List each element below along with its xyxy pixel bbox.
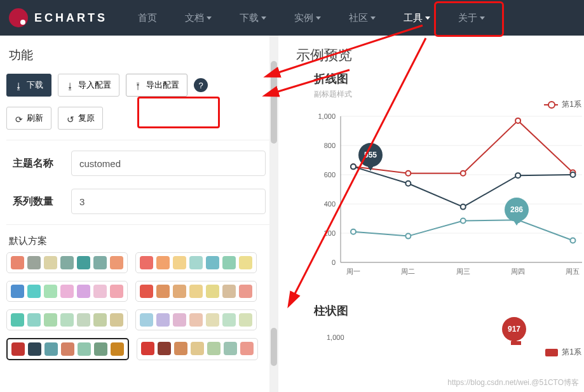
brand-logo: ECHARTS [9,8,107,27]
watermark-text: https://blog.csdn.net/wei.@51CTO博客 [447,377,579,388]
toolbar-row-2: 刷新 复原 [0,103,278,136]
restore-icon [66,114,74,123]
color-swatch [191,342,204,355]
color-swatch [77,256,90,269]
color-swatch [140,285,153,298]
color-swatch [44,342,58,356]
svg-text:600: 600 [324,171,336,179]
refresh-button[interactable]: 刷新 [6,107,51,130]
scroll-thumb-bottom[interactable] [271,328,277,366]
color-swatch [94,342,107,356]
logo-icon [9,8,28,27]
color-swatch [173,285,186,298]
svg-text:400: 400 [324,200,336,208]
color-swatch [93,285,107,298]
line-chart: 02004006008001,000周一周二周三周四周五 555 286 [296,104,584,288]
svg-text:周四: 周四 [511,267,525,275]
palette-option-6[interactable] [6,338,129,360]
color-swatch [44,256,57,269]
nav-docs[interactable]: 文档 [172,0,224,36]
palette-option-7[interactable] [137,338,258,360]
nav-tools[interactable]: 工具 [391,0,443,36]
download-button[interactable]: 下载 [6,74,51,97]
color-swatch [189,285,203,298]
section-title-functions: 功能 [0,43,278,70]
bar-series1-周四 [511,341,521,345]
palette-option-2[interactable] [6,281,128,302]
line-chart-title: 折线图 [314,71,584,86]
nav-examples[interactable]: 实例 [282,0,334,36]
color-swatch [222,285,236,298]
svg-text:1,000: 1,000 [318,112,336,120]
color-swatch [189,313,203,327]
theme-name-label: 主题名称 [13,157,62,170]
nav-home[interactable]: 首页 [125,0,170,36]
import-config-button[interactable]: 导入配置 [58,74,119,97]
color-swatch [239,313,252,327]
palette-section-title: 默认方案 [0,229,278,250]
color-swatch [93,256,107,269]
export-icon [134,81,142,90]
palette-option-3[interactable] [135,281,257,302]
color-swatch [110,313,123,327]
color-swatch [111,342,124,356]
import-icon [66,81,74,90]
help-icon[interactable]: ? [194,78,208,92]
palette-option-1[interactable] [135,252,257,273]
scroll-thumb-top[interactable] [271,61,277,144]
svg-text:周一: 周一 [346,267,360,275]
nav-about[interactable]: 关于 [445,0,498,36]
palette-option-4[interactable] [6,309,128,330]
series-count-input[interactable] [71,189,266,214]
svg-text:周二: 周二 [401,267,415,275]
color-swatch [140,313,153,327]
download-icon [15,81,23,90]
svg-text:200: 200 [324,229,336,237]
color-swatch [222,313,236,327]
color-swatch [239,285,252,298]
color-swatch [189,256,203,269]
restore-button[interactable]: 复原 [58,107,103,130]
color-swatch [44,313,57,327]
color-swatch [11,342,25,356]
svg-point-26 [461,205,466,210]
palette-grid [0,250,278,363]
svg-point-28 [570,172,575,177]
color-swatch [28,342,41,356]
marker-pin-286: 286 [505,198,529,222]
svg-text:800: 800 [324,142,336,149]
color-swatch [110,256,123,269]
color-swatch [173,256,186,269]
color-swatch [93,313,107,327]
svg-text:周三: 周三 [456,267,470,275]
chevron-down-icon [370,17,376,20]
nav-download[interactable]: 下载 [227,0,279,36]
color-swatch [61,342,74,356]
series-count-label: 系列数量 [13,195,62,208]
top-nav: ECHARTS 首页 文档 下载 实例 社区 工具 关于 [0,0,584,36]
legend-bar-label: 第1系 [562,347,581,358]
palette-option-5[interactable] [135,309,257,330]
left-scrollbar[interactable] [269,36,278,392]
export-config-button[interactable]: 导出配置 [126,74,187,97]
line-chart-subtitle: 副标题样式 [314,89,584,100]
nav-community[interactable]: 社区 [336,0,388,36]
marker-pin-555: 555 [358,143,383,167]
theme-name-input[interactable] [71,151,266,176]
chevron-down-icon [261,17,266,20]
svg-point-29 [351,229,356,234]
color-swatch [140,256,153,269]
theme-name-row: 主题名称 [0,144,278,182]
color-swatch [207,342,221,355]
bar-chart-legend[interactable]: 第1系 [545,347,581,358]
chevron-down-icon [425,17,430,20]
color-swatch [222,256,236,269]
color-swatch [158,342,171,355]
svg-point-25 [405,181,411,186]
color-swatch [156,256,170,269]
bar-y-tick-1000: 1,000 [327,334,344,341]
color-swatch [60,313,74,327]
svg-point-24 [351,164,356,169]
svg-point-21 [461,171,466,176]
palette-option-0[interactable] [6,252,128,273]
